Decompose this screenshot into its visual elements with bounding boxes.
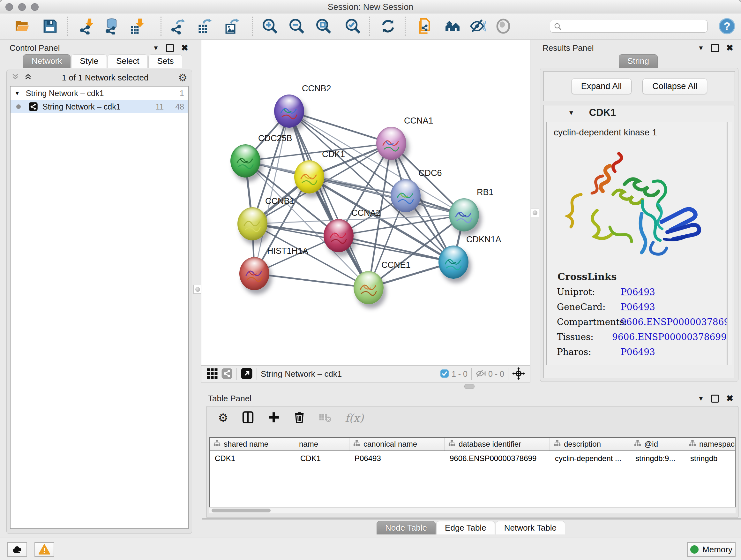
network-node-HIST1H1A[interactable] [239,257,269,290]
table-cell[interactable]: 9606.ENSP00000378699 [445,451,550,465]
network-node-CCNB1[interactable] [238,207,267,240]
table-cell[interactable]: stringdb [685,451,736,465]
tab-string[interactable]: String [619,54,658,68]
tab-sets[interactable]: Sets [148,54,182,68]
hide-selected-icon[interactable] [469,18,486,35]
table-options-gear-icon[interactable]: ⚙ [218,411,228,425]
panel-menu-icon[interactable]: ▼ [153,44,159,52]
network-options-gear-icon[interactable]: ⚙ [178,71,187,84]
memory-button[interactable]: Memory [687,542,736,557]
network-node-RB1[interactable] [449,198,479,232]
import-network-database-icon[interactable] [104,18,120,35]
tab-node-table[interactable]: Node Table [377,521,435,535]
table-cell[interactable]: P06493 [349,451,445,465]
column-header-description[interactable]: description [550,438,630,450]
table-hscrollbar[interactable] [209,507,736,513]
network-edge-HIST1H1A-CCNE1[interactable] [254,273,368,288]
bottom-splitter-handle[interactable] [464,384,475,389]
panel-float-icon[interactable] [711,44,719,52]
delete-column-icon[interactable] [293,411,306,425]
column-header-shared-name[interactable]: shared name [210,438,295,450]
table-row[interactable]: CDK1CDK1P064939606.ENSP00000378699cyclin… [210,451,735,465]
network-node-CCNA1[interactable] [376,127,406,160]
network-row[interactable]: String Network – cdk1 11 48 [10,100,188,113]
fit-selected-crosshair-icon[interactable] [512,367,525,381]
import-table-icon[interactable] [129,18,145,35]
panel-close-icon[interactable]: ✖ [726,393,733,403]
create-column-icon[interactable] [268,411,280,425]
zoom-out-icon[interactable] [288,18,305,35]
expand-all-networks-icon[interactable] [24,72,32,83]
expand-all-button[interactable]: Expand All [571,78,632,94]
zoom-in-icon[interactable] [262,18,278,35]
tab-edge-table[interactable]: Edge Table [436,521,495,535]
results-scrollbar[interactable] [727,122,732,365]
selected-checkbox-icon[interactable] [440,369,449,379]
network-node-CCNE1[interactable] [354,271,384,304]
collapse-all-button[interactable]: Collapse All [643,78,707,94]
network-node-CCNA2[interactable] [324,219,354,252]
panel-float-icon[interactable] [166,44,174,52]
column-header-database-identifier[interactable]: database identifier [445,438,550,450]
import-network-file-icon[interactable] [78,18,95,35]
table-header-row[interactable]: shared namenamecanonical namedatabase id… [210,438,735,451]
network-canvas[interactable]: CCNB2CCNA1CDC25BCDK1CDC6RB1CCNB1CCNA2CDK… [201,40,530,366]
collapse-all-networks-icon[interactable] [11,72,19,83]
panel-close-icon[interactable]: ✖ [726,43,733,53]
export-view-icon[interactable] [241,368,253,381]
crosslink-link[interactable]: 9606.ENSP00000378699 [621,317,727,327]
cloud-status-button[interactable] [7,542,27,557]
tab-network[interactable]: Network [23,54,71,68]
network-node-CDC6[interactable] [391,179,421,212]
search-input[interactable] [550,20,708,33]
show-neighbors-icon[interactable] [444,18,461,35]
crosslink-link[interactable]: P06493 [621,287,655,297]
crosslink-link[interactable]: 9606.ENSP00000378699 [612,332,727,342]
tab-network-table[interactable]: Network Table [495,521,565,535]
network-edge-CCNB2-CCNA1[interactable] [289,111,391,143]
panel-menu-icon[interactable]: ▼ [698,395,704,402]
crosslink-link[interactable]: P06493 [621,347,655,357]
network-node-CDKN1A[interactable] [439,246,468,279]
section-expander-icon[interactable]: ▼ [568,109,575,117]
zoom-selected-icon[interactable] [345,18,361,35]
table-cell[interactable]: CDK1 [295,451,349,465]
left-splitter-handle[interactable] [193,285,202,294]
table-cell[interactable]: CDK1 [210,451,295,465]
network-node-CCNB2[interactable] [274,95,304,128]
string-style-icon[interactable] [221,368,232,381]
gene-section-header[interactable]: ▼ CDK1 [544,105,735,120]
network-edge-CCNB2-CCNE1[interactable] [289,111,368,288]
tab-style[interactable]: Style [71,54,107,68]
crosslink-link[interactable]: P06493 [621,302,655,312]
tab-select[interactable]: Select [108,54,148,68]
duplicate-network-icon[interactable] [417,18,433,35]
save-session-icon[interactable] [42,18,58,35]
column-header-namespace[interactable]: namespace [685,438,736,450]
show-hidden-icon[interactable] [495,18,512,35]
export-image-icon[interactable] [224,18,241,35]
hidden-eye-icon[interactable] [475,368,486,380]
panel-close-icon[interactable]: ✖ [181,43,188,53]
collection-expander-icon[interactable]: ▼ [14,90,20,97]
zoom-fit-icon[interactable] [315,18,332,35]
network-node-CDK1[interactable] [294,160,324,193]
show-columns-icon[interactable] [242,411,254,425]
panel-menu-icon[interactable]: ▼ [698,44,704,52]
network-node-CDC25B[interactable] [230,144,260,178]
column-header-id[interactable]: @id [630,438,685,450]
table-cell[interactable]: stringdb:9... [630,451,685,465]
network-collection-row[interactable]: ▼ String Network – cdk1 1 [10,86,188,100]
node-label-CDKN1A: CDKN1A [466,235,501,245]
column-header-canonical-name[interactable]: canonical name [349,438,445,450]
column-header-name[interactable]: name [295,438,349,450]
help-icon[interactable]: ? [719,18,735,35]
refresh-layout-icon[interactable] [380,18,396,35]
export-network-icon[interactable] [170,18,186,35]
birdseye-view-icon[interactable] [206,368,218,381]
warning-status-button[interactable] [35,542,54,557]
panel-float-icon[interactable] [711,395,719,402]
table-cell[interactable]: cyclin-dependent ... [550,451,630,465]
export-table-icon[interactable] [197,18,213,35]
open-file-icon[interactable] [14,18,30,35]
